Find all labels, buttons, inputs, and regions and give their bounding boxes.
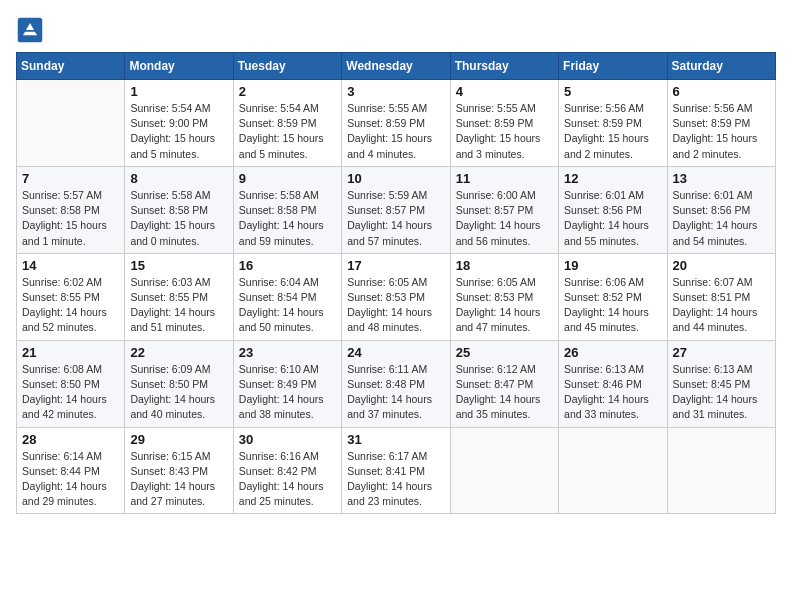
day-info: Sunrise: 6:07 AM Sunset: 8:51 PM Dayligh… <box>673 275 770 336</box>
day-number: 24 <box>347 345 444 360</box>
calendar-cell: 8Sunrise: 5:58 AM Sunset: 8:58 PM Daylig… <box>125 166 233 253</box>
calendar-cell: 15Sunrise: 6:03 AM Sunset: 8:55 PM Dayli… <box>125 253 233 340</box>
calendar-cell: 21Sunrise: 6:08 AM Sunset: 8:50 PM Dayli… <box>17 340 125 427</box>
calendar-cell: 9Sunrise: 5:58 AM Sunset: 8:58 PM Daylig… <box>233 166 341 253</box>
day-number: 19 <box>564 258 661 273</box>
calendar-header-row: SundayMondayTuesdayWednesdayThursdayFrid… <box>17 53 776 80</box>
day-info: Sunrise: 5:54 AM Sunset: 8:59 PM Dayligh… <box>239 101 336 162</box>
day-number: 25 <box>456 345 553 360</box>
day-info: Sunrise: 5:55 AM Sunset: 8:59 PM Dayligh… <box>456 101 553 162</box>
calendar-cell: 26Sunrise: 6:13 AM Sunset: 8:46 PM Dayli… <box>559 340 667 427</box>
day-number: 20 <box>673 258 770 273</box>
day-info: Sunrise: 5:54 AM Sunset: 9:00 PM Dayligh… <box>130 101 227 162</box>
calendar-cell: 16Sunrise: 6:04 AM Sunset: 8:54 PM Dayli… <box>233 253 341 340</box>
page-header <box>16 16 776 44</box>
day-number: 28 <box>22 432 119 447</box>
calendar-cell <box>559 427 667 514</box>
day-info: Sunrise: 6:13 AM Sunset: 8:46 PM Dayligh… <box>564 362 661 423</box>
day-number: 26 <box>564 345 661 360</box>
calendar-week-row: 21Sunrise: 6:08 AM Sunset: 8:50 PM Dayli… <box>17 340 776 427</box>
calendar-cell: 2Sunrise: 5:54 AM Sunset: 8:59 PM Daylig… <box>233 80 341 167</box>
calendar-cell: 10Sunrise: 5:59 AM Sunset: 8:57 PM Dayli… <box>342 166 450 253</box>
day-info: Sunrise: 6:04 AM Sunset: 8:54 PM Dayligh… <box>239 275 336 336</box>
day-number: 30 <box>239 432 336 447</box>
day-info: Sunrise: 6:13 AM Sunset: 8:45 PM Dayligh… <box>673 362 770 423</box>
day-number: 23 <box>239 345 336 360</box>
day-number: 21 <box>22 345 119 360</box>
day-number: 13 <box>673 171 770 186</box>
day-number: 2 <box>239 84 336 99</box>
header-monday: Monday <box>125 53 233 80</box>
calendar-cell: 4Sunrise: 5:55 AM Sunset: 8:59 PM Daylig… <box>450 80 558 167</box>
day-number: 4 <box>456 84 553 99</box>
day-info: Sunrise: 5:56 AM Sunset: 8:59 PM Dayligh… <box>673 101 770 162</box>
calendar-week-row: 1Sunrise: 5:54 AM Sunset: 9:00 PM Daylig… <box>17 80 776 167</box>
day-info: Sunrise: 6:17 AM Sunset: 8:41 PM Dayligh… <box>347 449 444 510</box>
day-info: Sunrise: 6:05 AM Sunset: 8:53 PM Dayligh… <box>347 275 444 336</box>
day-number: 10 <box>347 171 444 186</box>
day-info: Sunrise: 6:00 AM Sunset: 8:57 PM Dayligh… <box>456 188 553 249</box>
day-number: 27 <box>673 345 770 360</box>
day-info: Sunrise: 5:58 AM Sunset: 8:58 PM Dayligh… <box>239 188 336 249</box>
calendar-week-row: 14Sunrise: 6:02 AM Sunset: 8:55 PM Dayli… <box>17 253 776 340</box>
day-number: 9 <box>239 171 336 186</box>
day-number: 15 <box>130 258 227 273</box>
day-info: Sunrise: 5:58 AM Sunset: 8:58 PM Dayligh… <box>130 188 227 249</box>
day-number: 5 <box>564 84 661 99</box>
day-info: Sunrise: 6:16 AM Sunset: 8:42 PM Dayligh… <box>239 449 336 510</box>
day-info: Sunrise: 5:56 AM Sunset: 8:59 PM Dayligh… <box>564 101 661 162</box>
day-info: Sunrise: 5:59 AM Sunset: 8:57 PM Dayligh… <box>347 188 444 249</box>
calendar-week-row: 28Sunrise: 6:14 AM Sunset: 8:44 PM Dayli… <box>17 427 776 514</box>
calendar-cell: 31Sunrise: 6:17 AM Sunset: 8:41 PM Dayli… <box>342 427 450 514</box>
header-friday: Friday <box>559 53 667 80</box>
day-info: Sunrise: 6:11 AM Sunset: 8:48 PM Dayligh… <box>347 362 444 423</box>
day-info: Sunrise: 6:12 AM Sunset: 8:47 PM Dayligh… <box>456 362 553 423</box>
day-info: Sunrise: 6:06 AM Sunset: 8:52 PM Dayligh… <box>564 275 661 336</box>
calendar-cell: 25Sunrise: 6:12 AM Sunset: 8:47 PM Dayli… <box>450 340 558 427</box>
day-info: Sunrise: 6:15 AM Sunset: 8:43 PM Dayligh… <box>130 449 227 510</box>
day-info: Sunrise: 6:10 AM Sunset: 8:49 PM Dayligh… <box>239 362 336 423</box>
logo-icon <box>16 16 44 44</box>
header-sunday: Sunday <box>17 53 125 80</box>
day-info: Sunrise: 6:02 AM Sunset: 8:55 PM Dayligh… <box>22 275 119 336</box>
calendar-cell <box>667 427 775 514</box>
calendar-cell: 17Sunrise: 6:05 AM Sunset: 8:53 PM Dayli… <box>342 253 450 340</box>
day-number: 6 <box>673 84 770 99</box>
day-number: 3 <box>347 84 444 99</box>
day-number: 14 <box>22 258 119 273</box>
day-info: Sunrise: 6:09 AM Sunset: 8:50 PM Dayligh… <box>130 362 227 423</box>
day-number: 8 <box>130 171 227 186</box>
calendar-cell: 29Sunrise: 6:15 AM Sunset: 8:43 PM Dayli… <box>125 427 233 514</box>
calendar-cell <box>17 80 125 167</box>
calendar-week-row: 7Sunrise: 5:57 AM Sunset: 8:58 PM Daylig… <box>17 166 776 253</box>
calendar-cell: 23Sunrise: 6:10 AM Sunset: 8:49 PM Dayli… <box>233 340 341 427</box>
day-info: Sunrise: 6:05 AM Sunset: 8:53 PM Dayligh… <box>456 275 553 336</box>
day-info: Sunrise: 6:14 AM Sunset: 8:44 PM Dayligh… <box>22 449 119 510</box>
day-number: 12 <box>564 171 661 186</box>
calendar-cell: 11Sunrise: 6:00 AM Sunset: 8:57 PM Dayli… <box>450 166 558 253</box>
calendar-cell: 13Sunrise: 6:01 AM Sunset: 8:56 PM Dayli… <box>667 166 775 253</box>
day-info: Sunrise: 5:55 AM Sunset: 8:59 PM Dayligh… <box>347 101 444 162</box>
logo <box>16 16 48 44</box>
day-number: 29 <box>130 432 227 447</box>
day-number: 18 <box>456 258 553 273</box>
day-info: Sunrise: 6:08 AM Sunset: 8:50 PM Dayligh… <box>22 362 119 423</box>
header-tuesday: Tuesday <box>233 53 341 80</box>
calendar-cell: 19Sunrise: 6:06 AM Sunset: 8:52 PM Dayli… <box>559 253 667 340</box>
calendar-cell <box>450 427 558 514</box>
calendar-cell: 7Sunrise: 5:57 AM Sunset: 8:58 PM Daylig… <box>17 166 125 253</box>
header-wednesday: Wednesday <box>342 53 450 80</box>
day-number: 31 <box>347 432 444 447</box>
day-number: 1 <box>130 84 227 99</box>
calendar-cell: 1Sunrise: 5:54 AM Sunset: 9:00 PM Daylig… <box>125 80 233 167</box>
calendar-cell: 6Sunrise: 5:56 AM Sunset: 8:59 PM Daylig… <box>667 80 775 167</box>
calendar-cell: 20Sunrise: 6:07 AM Sunset: 8:51 PM Dayli… <box>667 253 775 340</box>
calendar-table: SundayMondayTuesdayWednesdayThursdayFrid… <box>16 52 776 514</box>
calendar-cell: 3Sunrise: 5:55 AM Sunset: 8:59 PM Daylig… <box>342 80 450 167</box>
day-info: Sunrise: 6:03 AM Sunset: 8:55 PM Dayligh… <box>130 275 227 336</box>
calendar-cell: 30Sunrise: 6:16 AM Sunset: 8:42 PM Dayli… <box>233 427 341 514</box>
calendar-cell: 12Sunrise: 6:01 AM Sunset: 8:56 PM Dayli… <box>559 166 667 253</box>
header-saturday: Saturday <box>667 53 775 80</box>
day-info: Sunrise: 6:01 AM Sunset: 8:56 PM Dayligh… <box>673 188 770 249</box>
calendar-cell: 28Sunrise: 6:14 AM Sunset: 8:44 PM Dayli… <box>17 427 125 514</box>
